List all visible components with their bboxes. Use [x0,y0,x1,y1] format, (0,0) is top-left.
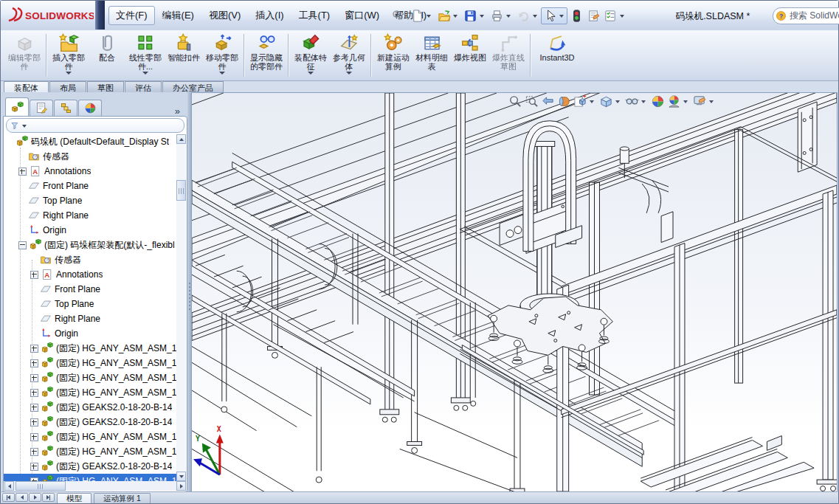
dropdown-arrow-icon[interactable] [346,72,352,77]
dropdown-arrow-icon[interactable] [506,15,511,20]
tree-row[interactable]: AAnnotations [4,164,176,179]
tree-row[interactable]: Top Plane [4,297,176,311]
motion-study-button[interactable]: 新建运动算例 [374,30,412,80]
model-wireframe[interactable]: X Y Z [192,93,837,491]
assembly-features-button[interactable]: 装配体特征 [291,30,330,80]
tree-row[interactable]: Front Plane [4,179,176,193]
show-hidden-button[interactable]: 显示隐藏的零部件 [247,30,286,80]
mate-button[interactable]: 配合 [88,30,126,80]
panel-tab-configuration-manager[interactable] [54,100,77,116]
expand-toggle[interactable] [30,418,38,427]
expand-toggle[interactable] [30,448,38,456]
tab-office-products[interactable]: 办公室产品 [162,81,224,92]
tree-row[interactable]: (固定) GEAKS2.0-18-20-B-14 [4,415,176,429]
dropdown-arrow-icon[interactable] [219,72,225,77]
edit-appearance-button[interactable] [650,94,666,109]
new-document-button[interactable] [408,7,435,24]
tab-model[interactable]: 模型 [57,493,92,503]
scroll-down-button[interactable] [176,472,186,481]
panel-tab-feature-manager[interactable] [5,97,29,116]
menu-item-insert[interactable]: 插入(I) [248,6,291,25]
tree-row[interactable]: (固定) HG_ANY_ASM_ASM_1_ [4,341,176,356]
zoom-fit-button[interactable] [508,94,523,109]
tree-row[interactable]: Origin [4,223,176,238]
dropdown-arrow-icon[interactable] [66,72,72,77]
tree-row[interactable]: Front Plane [4,282,176,297]
expand-toggle[interactable] [30,389,38,397]
view-settings-button[interactable] [692,94,717,109]
tree-horizontal-scrollbar[interactable] [4,481,186,491]
dropdown-arrow-icon[interactable] [683,100,688,106]
filter-dropdown-icon[interactable] [22,125,27,130]
tree-row[interactable]: (固定) HG_ANY_ASM_ASM_1_ [4,444,176,459]
move-component-button[interactable]: 移动零部件 [203,30,241,80]
expand-toggle[interactable] [30,404,38,412]
insert-component-button[interactable]: 插入零部件 [49,30,88,80]
dropdown-arrow-icon[interactable] [427,15,431,20]
print-button[interactable] [488,7,514,24]
tree-row[interactable]: (固定) HG_ANY_ASM_ASM_1_ [4,370,176,385]
tab-evaluate[interactable]: 评估 [125,81,162,92]
display-style-button[interactable] [598,94,624,109]
expand-toggle[interactable] [18,241,27,249]
dropdown-arrow-icon[interactable] [142,72,148,77]
section-view-button[interactable] [556,94,572,109]
tree-row[interactable]: Top Plane [4,193,176,208]
menu-item-file[interactable]: 文件(F) [108,6,155,25]
nav-prev-button[interactable] [15,493,28,502]
tree-row[interactable]: (固定) GEAKS2.0-18-20-B-14 [4,459,176,474]
tab-motion-study-1[interactable]: 运动算例 1 [94,493,151,503]
dropdown-arrow-icon[interactable] [308,72,314,77]
dropdown-arrow-icon[interactable] [559,15,564,20]
scroll-up-button[interactable] [176,134,186,144]
instant3d-button[interactable]: Instant3D [534,30,581,80]
tree-row[interactable]: Right Plane [4,311,176,326]
expand-toggle[interactable] [30,359,38,367]
previous-view-button[interactable] [540,94,556,109]
tree-row[interactable]: (固定) HG_ANY_ASM_ASM_1_ [4,429,176,444]
view-orientation-button[interactable] [573,94,598,109]
linear-pattern-button[interactable]: 线性零部件... [126,30,165,80]
expand-toggle[interactable] [30,271,38,279]
scroll-left-button[interactable] [4,481,14,491]
dropdown-arrow-icon[interactable] [453,15,458,20]
menu-item-view[interactable]: 视图(V) [201,6,248,25]
expand-toggle[interactable] [30,345,38,353]
expand-toggle[interactable] [30,463,38,471]
dropdown-arrow-icon[interactable] [641,100,646,106]
reference-geometry-button[interactable]: 参考几何体 [330,30,368,80]
nav-first-button[interactable] [2,493,15,502]
search-box[interactable]: ? 搜索 SolidWo [773,7,839,24]
apply-scene-button[interactable] [666,94,691,109]
panel-tab-display-manager[interactable] [78,100,102,116]
scroll-thumb[interactable] [176,180,186,201]
expand-toggle[interactable] [30,433,38,441]
save-button[interactable] [461,7,488,24]
search-input[interactable]: 搜索 SolidWo [790,10,839,22]
tree-row[interactable]: Right Plane [4,208,176,223]
rebuild-traffic-light-button[interactable] [567,7,584,24]
panel-tab-property-manager[interactable] [30,100,53,116]
menu-item-tools[interactable]: 工具(T) [291,6,338,25]
tab-layout[interactable]: 布局 [49,81,86,92]
tree-vertical-scrollbar[interactable] [176,134,186,481]
smart-fasteners-button[interactable]: 智能扣件 [165,30,203,80]
nav-last-button[interactable] [42,493,55,502]
file-properties-button[interactable] [584,7,601,24]
expand-toggle[interactable] [18,168,27,176]
tree-row[interactable]: 传感器 [4,252,176,267]
zoom-area-button[interactable] [524,94,539,109]
tab-assembly[interactable]: 装配体 [4,81,49,92]
tree-row[interactable]: (固定) 码垛框架装配(默认-_flexibl [4,238,176,252]
dropdown-arrow-icon[interactable] [480,15,484,20]
tree-row[interactable]: (固定) HG_ANY_ASM_ASM_1_ [4,385,176,400]
scroll-right-button[interactable] [176,481,186,491]
dropdown-arrow-icon[interactable] [709,100,714,106]
hide-show-items-button[interactable] [624,94,649,109]
tree-row[interactable]: (固定) GEAKS2.0-18-20-B-14 [4,400,176,415]
expand-toggle[interactable] [30,374,38,382]
open-document-button[interactable] [435,7,461,24]
dropdown-arrow-icon[interactable] [590,100,594,106]
menu-item-edit[interactable]: 编辑(E) [155,6,201,25]
select-arrow-button[interactable] [541,7,567,24]
